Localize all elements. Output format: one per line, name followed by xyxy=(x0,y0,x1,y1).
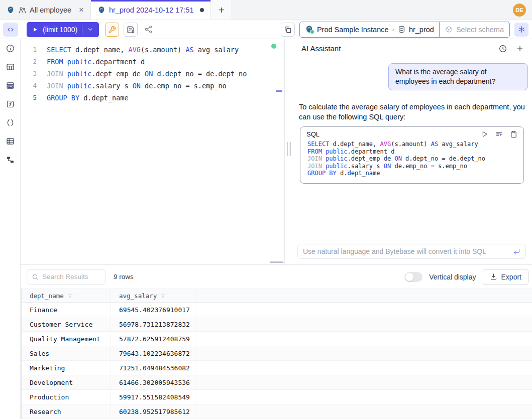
sort-funnel-icon xyxy=(67,293,73,299)
editor-line[interactable]: 1SELECT d.dept_name, AVG(s.amount) AS av… xyxy=(21,44,284,56)
sidebar-item-table[interactable] xyxy=(0,58,21,76)
new-tab-button[interactable]: + xyxy=(211,0,232,20)
postgres-icon xyxy=(305,25,313,34)
run-code-icon[interactable] xyxy=(481,130,488,138)
table-row[interactable]: Development61466.302005943536 xyxy=(22,375,532,390)
info-icon xyxy=(6,44,15,53)
copy-code-icon[interactable] xyxy=(510,130,517,138)
table-cell[interactable]: Marketing xyxy=(22,361,111,375)
postgres-icon xyxy=(7,6,15,14)
close-icon[interactable]: × xyxy=(79,6,84,14)
sidebar-item-schema-diagram[interactable] xyxy=(0,76,21,95)
table-cell[interactable]: 71251.049484536082 xyxy=(111,361,195,375)
vertical-display-toggle[interactable] xyxy=(404,272,422,282)
code-block-body: SELECT d.dept_name, AVG(s.amount) AS avg… xyxy=(300,138,523,183)
table-row[interactable]: Sales79643.102234636872 xyxy=(22,346,532,361)
submit-return-icon[interactable] xyxy=(513,248,520,255)
table-cell[interactable]: 57872.625912408759 xyxy=(111,332,195,346)
layout-switch-button[interactable] xyxy=(281,23,295,37)
sql-editor[interactable]: 1SELECT d.dept_name, AVG(s.amount) AS av… xyxy=(21,39,285,264)
table-cell[interactable]: 60238.952517985612 xyxy=(111,404,195,418)
table-cell[interactable]: 59917.551582408549 xyxy=(111,390,195,404)
schema-selector[interactable]: Select schema xyxy=(439,22,509,37)
run-query-button[interactable]: (limit 1000) xyxy=(27,22,99,37)
ai-input-row xyxy=(297,244,526,259)
column-label: avg_salary xyxy=(119,292,157,300)
export-button[interactable]: Export xyxy=(483,269,528,285)
sidebar-item-table-rows[interactable] xyxy=(0,132,21,151)
editor-line[interactable]: 3JOIN public.dept_emp de ON d.dept_no = … xyxy=(21,68,284,80)
table-cell[interactable]: Quality Management xyxy=(22,332,111,346)
ai-assistant-panel: AI Assistant What is the average salary … xyxy=(293,39,532,264)
table-cell[interactable]: 61466.302005943536 xyxy=(111,375,195,389)
insert-into-editor-icon[interactable] xyxy=(495,130,503,138)
row-filler xyxy=(195,317,532,331)
people-icon xyxy=(18,6,26,14)
table-row[interactable]: Finance69545.402376910017 xyxy=(22,303,532,317)
table-cell[interactable]: Sales xyxy=(22,346,111,360)
tab-all-employee[interactable]: All employee × xyxy=(0,0,91,20)
column-label: dept_name xyxy=(30,292,64,300)
column-header-avg_salary[interactable]: avg_salary xyxy=(111,289,195,302)
row-filler xyxy=(195,375,532,389)
sidebar-item-parentheses[interactable] xyxy=(0,113,21,132)
results-table: dept_nameavg_salary Finance69545.4023769… xyxy=(21,289,532,419)
share-button[interactable] xyxy=(141,23,155,37)
vertical-display-label: Vertical display xyxy=(429,273,476,281)
sidebar-item-function[interactable] xyxy=(0,95,21,113)
code-block-header: SQL xyxy=(300,127,523,138)
vertical-resize-handle[interactable] xyxy=(287,142,291,156)
editor-line[interactable]: 4JOIN public.salary s ON de.emp_no = s.e… xyxy=(21,80,284,92)
function-icon xyxy=(6,100,15,108)
code-block-language-label: SQL xyxy=(306,130,320,138)
results-panel: 9 rows Vertical display Export dept_name… xyxy=(21,264,532,419)
postgres-icon xyxy=(97,6,105,14)
horizontal-resize-handle[interactable] xyxy=(270,261,283,263)
sidebar-item-er-diagram[interactable] xyxy=(0,151,21,169)
history-clock-icon[interactable] xyxy=(499,45,507,53)
sidebar-item-info[interactable] xyxy=(0,39,21,58)
toolbar: (limit 1000) Prod Sample Instance › hr_p… xyxy=(0,20,532,39)
table-cell[interactable]: Customer Service xyxy=(22,317,111,331)
new-conversation-icon[interactable] xyxy=(516,45,524,53)
table-row[interactable]: Marketing71251.049484536082 xyxy=(22,361,532,375)
table-row[interactable]: Customer Service56978.731213872832 xyxy=(22,317,532,332)
schema-diagram-icon xyxy=(6,81,15,90)
table-cell[interactable]: 69545.402376910017 xyxy=(111,303,195,317)
search-results-input[interactable] xyxy=(42,273,101,281)
save-sheet-button[interactable] xyxy=(124,23,138,37)
results-toolbar-right: Vertical display Export xyxy=(404,269,528,285)
line-number: 4 xyxy=(21,80,37,92)
table-cell[interactable]: Production xyxy=(22,390,111,404)
ai-panel-header: AI Assistant xyxy=(293,39,532,58)
table-cell[interactable]: 56978.731213872832 xyxy=(111,317,195,331)
editor-line[interactable]: 2FROM public.department d xyxy=(21,56,284,68)
editor-line[interactable]: 5GROUP BY d.dept_name xyxy=(21,92,284,104)
table-row[interactable]: Quality Management57872.625912408759 xyxy=(22,332,532,346)
instance-database-selector[interactable]: Prod Sample Instance › hr_prod xyxy=(300,22,439,37)
code-line: JOIN public.salary s ON de.emp_no = s.em… xyxy=(307,163,517,170)
tab-hr-prod[interactable]: hr_prod 2024-10-12 17:51 xyxy=(91,0,211,20)
row-filler xyxy=(195,404,532,418)
schema-placeholder: Select schema xyxy=(456,26,504,34)
table-cell[interactable]: Development xyxy=(22,375,111,389)
tab-label: All employee xyxy=(30,6,71,14)
table-cell[interactable]: Finance xyxy=(22,303,111,317)
code-line: JOIN public.dept_emp de ON d.dept_no = d… xyxy=(307,155,517,163)
column-header-dept_name[interactable]: dept_name xyxy=(22,289,111,302)
chevron-down-icon[interactable] xyxy=(87,26,93,33)
code-line: SELECT d.dept_name, AVG(s.amount) AS avg… xyxy=(307,141,517,148)
format-sql-button[interactable] xyxy=(105,23,119,37)
search-icon xyxy=(32,273,39,281)
row-filler xyxy=(195,361,532,375)
table-row[interactable]: Production59917.551582408549 xyxy=(22,390,532,404)
table-row[interactable]: Research60238.952517985612 xyxy=(22,404,532,419)
table-cell[interactable]: Research xyxy=(22,404,111,418)
ai-assistant-button[interactable] xyxy=(514,23,528,37)
table-cell[interactable]: 79643.102234636872 xyxy=(111,346,195,360)
sql-editor-mode-button[interactable] xyxy=(3,23,18,37)
ai-prompt-input[interactable] xyxy=(303,247,509,255)
user-avatar[interactable]: DE xyxy=(513,4,526,17)
box-icon xyxy=(445,26,453,33)
row-count: 9 rows xyxy=(114,273,134,281)
